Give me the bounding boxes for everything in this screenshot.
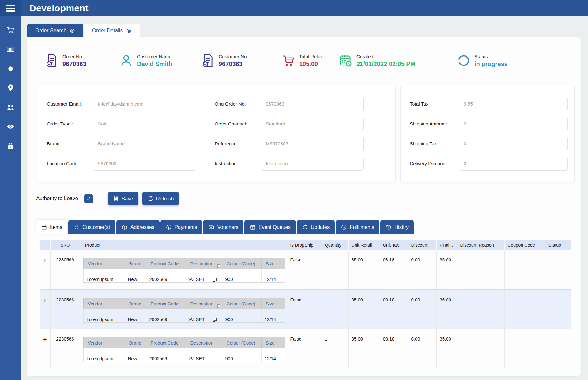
save-button[interactable]: Save <box>108 192 138 205</box>
sub-col-colour: Colour (Code) <box>222 337 261 348</box>
order-type-field[interactable] <box>93 117 196 131</box>
summary-created: Created 21/01/2022 02:05 PM <box>339 54 415 68</box>
tab-order-search-label: Order Search <box>35 28 66 34</box>
authority-checkbox[interactable]: ✓ <box>84 194 93 203</box>
size-cell: 12/14 <box>261 269 285 283</box>
lock-icon[interactable] <box>6 142 15 150</box>
history-clock-icon <box>386 224 392 230</box>
summary-value: 21/01/2022 02:05 PM <box>356 61 415 68</box>
tab-fulfilments[interactable]: Fulfilments <box>336 220 379 234</box>
circle-icon[interactable] <box>6 65 15 73</box>
tab-history[interactable]: Histiry <box>380 220 414 234</box>
sidebar <box>0 0 21 380</box>
colour-cell: 900 <box>222 348 261 362</box>
person-icon <box>120 54 133 68</box>
location-code-label: Location Code: <box>47 161 93 166</box>
location-target-icon <box>122 224 128 230</box>
tab-event-queues-label: Event Queues <box>258 224 291 230</box>
brand-field[interactable] <box>93 137 196 151</box>
items-box-icon <box>41 224 47 230</box>
barcode-icon[interactable] <box>6 45 15 54</box>
shipping-amount-label: Shipping Amount: <box>410 121 459 127</box>
sub-col-product-code: Product Code <box>146 298 186 309</box>
expand-row-button[interactable]: + <box>43 297 47 303</box>
copy-icon[interactable] <box>216 304 221 308</box>
summary-label: Created <box>356 54 415 59</box>
sidebar-nav <box>0 16 21 150</box>
copy-icon[interactable] <box>213 317 217 322</box>
calendar-clock-icon <box>339 54 352 68</box>
summary-value: in progress <box>474 61 508 68</box>
instruction-field[interactable] <box>261 157 364 171</box>
customer-email-label: Customer Email: <box>47 101 93 107</box>
location-pin-icon[interactable] <box>6 84 15 92</box>
status-cell <box>545 329 571 368</box>
users-icon[interactable] <box>6 103 15 111</box>
total-tax-field[interactable] <box>459 97 568 111</box>
orig-order-no-field[interactable] <box>261 97 364 111</box>
quantity-cell: 1 <box>322 329 348 368</box>
tab-items-label: Items <box>50 224 62 230</box>
cart-icon[interactable] <box>6 26 15 34</box>
close-icon[interactable]: ⊗ <box>126 28 131 34</box>
summary-label: Total Retail <box>299 54 323 59</box>
expand-row-button[interactable]: + <box>43 257 47 263</box>
tab-payments[interactable]: $ Payments <box>160 220 202 234</box>
summary-value: 9670363 <box>62 61 86 68</box>
sub-col-colour: Colour (Code) <box>222 258 261 269</box>
order-channel-field[interactable] <box>261 117 364 131</box>
description-cell: PJ SET <box>186 269 222 283</box>
total-tax-label: Total Tax: <box>410 101 459 107</box>
unit-tax-cell: 03.18 <box>380 289 408 329</box>
tab-event-queues[interactable]: Event Queues <box>244 220 296 234</box>
location-code-field[interactable] <box>93 157 196 171</box>
document-check-icon <box>202 54 214 68</box>
sub-col-brand: Brand <box>125 337 146 348</box>
order-form-card: Customer Email: Orig Order No: Order Typ… <box>37 85 396 182</box>
summary-value: 105.00 <box>299 61 323 68</box>
discount-cell: 0.00 <box>408 289 436 329</box>
coupon-code-cell <box>504 329 545 368</box>
summary-label: Order No <box>62 54 86 59</box>
tab-order-details[interactable]: Order Details ⊗ <box>84 24 140 37</box>
expand-row-button[interactable]: + <box>43 336 47 342</box>
col-unit-retail: Unit Retail <box>348 240 380 250</box>
col-discount-reason: Discount Reason <box>457 240 504 250</box>
unit-retail-cell: 35.00 <box>348 329 380 368</box>
tab-items[interactable]: Items <box>36 220 67 234</box>
final-cell: 35.00 <box>436 289 457 329</box>
check-circle-icon <box>341 224 347 230</box>
eye-icon[interactable] <box>6 122 15 131</box>
copy-icon[interactable] <box>213 278 217 282</box>
col-coupon-code: Coupon Code <box>504 240 545 250</box>
refresh-button[interactable]: Refresh <box>142 192 179 205</box>
cart-icon <box>282 54 295 68</box>
item-row: + 2230566 Vendor Brand Product Code Desc… <box>40 329 571 368</box>
tab-order-search[interactable]: Order Search ⊗ <box>27 24 83 37</box>
detail-tab-strip: Items Customer(s) Addresses <box>36 220 414 234</box>
summary-customer-name: Customer Name David Smith <box>120 54 172 68</box>
authority-to-leave-label: Authority to Leave <box>36 196 78 202</box>
delivery-discount-field[interactable] <box>459 157 568 171</box>
close-icon[interactable]: ⊗ <box>70 28 75 34</box>
col-quantity: Quantity <box>322 240 348 250</box>
tab-addresses[interactable]: Addresses <box>116 220 160 234</box>
tab-vouchers[interactable]: % Vouchers <box>203 220 243 234</box>
tab-order-details-label: Order Details <box>92 28 123 34</box>
col-discount: Discount <box>408 240 436 250</box>
customer-email-field[interactable] <box>93 97 196 111</box>
reference-field[interactable] <box>261 137 364 151</box>
save-icon <box>113 196 119 201</box>
shipping-tax-field[interactable] <box>459 137 568 151</box>
copy-icon[interactable] <box>216 264 221 268</box>
status-cell <box>545 289 571 329</box>
shipping-amount-field[interactable] <box>459 117 568 131</box>
menu-toggle-button[interactable] <box>0 0 21 16</box>
window-tab-strip: Order Search ⊗ Order Details ⊗ <box>27 24 588 37</box>
tab-updates[interactable]: Updates <box>297 220 335 234</box>
tab-customers[interactable]: Customer(s) <box>68 220 115 234</box>
spinner-circle-icon <box>457 54 470 68</box>
discount-cell: 0.00 <box>408 329 436 368</box>
unit-tax-cell: 03.18 <box>380 250 408 289</box>
order-details-panel: Order No 9670363 Customer Name David Smi… <box>27 37 581 376</box>
